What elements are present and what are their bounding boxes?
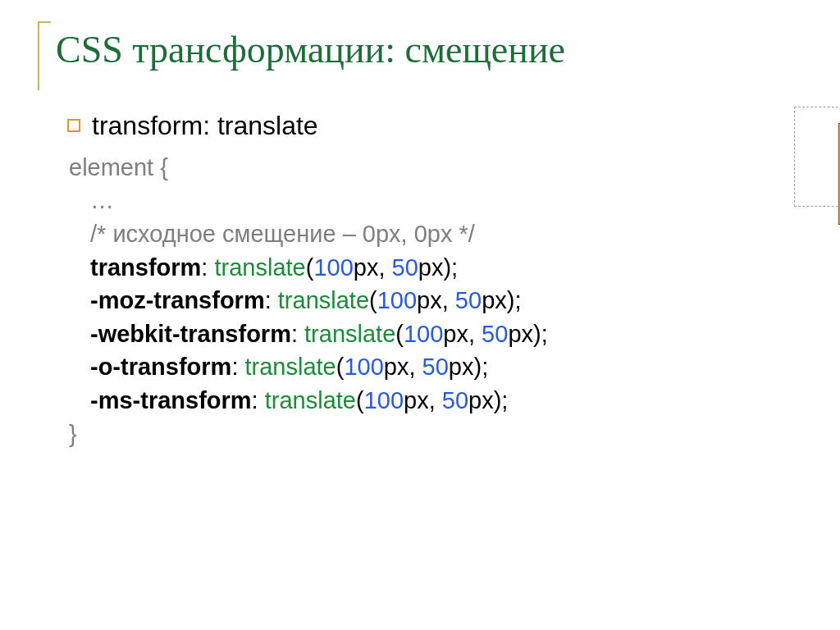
- code-unit: px: [508, 321, 533, 347]
- code-unit: px: [468, 387, 494, 413]
- slide-title: CSS трансформации: смещение: [56, 28, 791, 71]
- code-unit: px: [417, 287, 442, 313]
- code-prop: -ms-transform: [90, 387, 252, 413]
- code-prop: -o-transform: [90, 354, 231, 380]
- code-selector: element {: [69, 151, 791, 185]
- code-line: -ms-transform: translate(100px, 50px);: [90, 384, 791, 418]
- code-func: translate: [265, 387, 356, 413]
- code-value: 50: [422, 354, 449, 380]
- code-value: 100: [404, 321, 443, 347]
- code-value: 100: [377, 287, 417, 313]
- code-close: }: [69, 418, 791, 451]
- slide: CSS трансформации: смещение Текст внутри…: [0, 0, 840, 630]
- code-comment: /* исходное смещение – 0px, 0px */: [90, 217, 791, 251]
- code-value: 50: [482, 321, 508, 347]
- code-func: translate: [278, 287, 369, 313]
- code-ellipsis: …: [90, 184, 791, 217]
- code-line: -webkit-transform: translate(100px, 50px…: [90, 317, 791, 351]
- code-line: transform: translate(100px, 50px);: [90, 251, 791, 285]
- code-line: -o-transform: translate(100px, 50px);: [90, 350, 791, 384]
- code-func: translate: [304, 321, 395, 347]
- code-unit: px: [384, 354, 409, 380]
- code-value: 100: [364, 387, 404, 413]
- corner-accent: [38, 21, 51, 90]
- code-unit: px: [482, 287, 507, 313]
- slide-content: transform: translate element { … /* исхо…: [67, 107, 791, 450]
- code-unit: px: [354, 254, 379, 281]
- code-line: -moz-transform: translate(100px, 50px);: [90, 284, 791, 317]
- code-value: 50: [442, 387, 468, 413]
- code-value: 50: [455, 287, 482, 313]
- code-unit: px: [443, 321, 468, 347]
- code-value: 50: [392, 254, 418, 281]
- code-unit: px: [404, 387, 429, 413]
- code-value: 100: [313, 254, 353, 281]
- bullet-text: transform: translate: [92, 107, 318, 144]
- code-value: 100: [344, 354, 383, 380]
- code-unit: px: [418, 254, 444, 281]
- code-func: translate: [245, 354, 336, 380]
- code-prop: -webkit-transform: [90, 321, 291, 347]
- bullet-item: transform: translate: [67, 107, 791, 144]
- code-func: translate: [214, 254, 305, 281]
- code-block: element { … /* исходное смещение – 0px, …: [69, 151, 791, 450]
- square-bullet-icon: [67, 119, 80, 132]
- demo-origin-box: [794, 107, 840, 207]
- code-prop: transform: [90, 254, 201, 281]
- code-prop: -moz-transform: [90, 287, 265, 313]
- code-unit: px: [449, 354, 474, 380]
